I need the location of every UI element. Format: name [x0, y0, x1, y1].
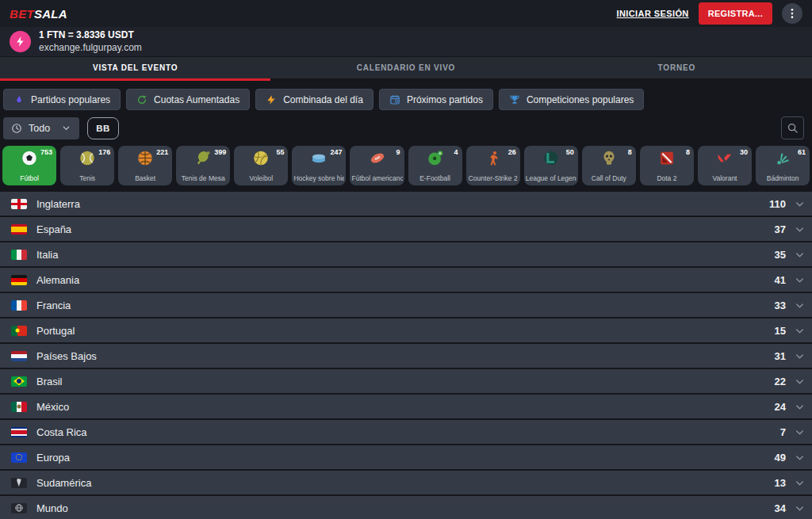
sport-tile-league-of-legends[interactable]: 50League of Legends [524, 146, 578, 185]
country-label: Inglaterra [36, 198, 80, 210]
register-button[interactable]: REGISTRA... [699, 2, 772, 25]
countries-list: Inglaterra110España37Italia35Alemania41F… [0, 192, 812, 519]
country-label: Portugal [36, 325, 75, 337]
sport-tile-valorant[interactable]: 30Valorant [698, 146, 752, 185]
kebab-menu-button[interactable] [782, 3, 802, 24]
sport-count: 9 [396, 148, 400, 156]
calendar-icon [389, 94, 400, 105]
exchange-banner[interactable]: 1 FTN = 3.8336 USDT exchange.fulgurpay.c… [0, 27, 812, 57]
chip-competiciones-populares[interactable]: Competiciones populares [499, 89, 644, 110]
sport-tile-call-of-duty[interactable]: 8Call of Duty [582, 146, 636, 185]
espana-flag-icon [11, 224, 27, 235]
inglaterra-flag-icon [11, 199, 27, 209]
chip-proximos-partidos[interactable]: Próximos partidos [379, 89, 493, 110]
country-label: Alemania [36, 274, 79, 286]
country-row-paises-bajos[interactable]: Países Bajos31 [0, 344, 812, 368]
brasil-flag-icon [11, 376, 27, 387]
bet-builder-button[interactable]: BB [87, 117, 119, 139]
sport-tile-futbol[interactable]: 753Fútbol [2, 146, 56, 185]
time-filter-select[interactable]: Todo [3, 117, 79, 139]
sport-tile-voleibol[interactable]: 55Voleibol [234, 146, 288, 185]
country-row-espana[interactable]: España37 [0, 217, 812, 241]
chevron-down-icon [794, 223, 806, 235]
country-row-mexico[interactable]: México24 [0, 395, 812, 418]
chip-cuotas-aumentadas[interactable]: Cuotas Aumentadas [126, 89, 250, 110]
chevron-down-icon [794, 249, 806, 261]
sport-label: E-Football [410, 174, 461, 182]
paises-bajos-flag-icon [11, 351, 27, 361]
sport-tile-e-football[interactable]: 4eE-Football [408, 146, 462, 185]
sport-tile-badminton[interactable]: 61Bádminton [756, 146, 810, 185]
chevron-down-icon [61, 123, 71, 133]
country-label: Europa [36, 452, 70, 464]
sport-count: 753 [40, 148, 52, 156]
sport-tile-futbol-americano[interactable]: 9Fútbol americano [350, 146, 404, 185]
chevron-down-icon [794, 274, 806, 286]
country-row-italia[interactable]: Italia35 [0, 242, 812, 266]
chip-combinada-del-dia[interactable]: Combinada del día [255, 89, 373, 110]
sport-count: 4 [454, 148, 458, 156]
sport-tile-hockey-sobre-hielo[interactable]: 247Hockey sobre hielo [292, 146, 346, 185]
sport-count: 247 [330, 148, 342, 156]
chip-partidos-populares[interactable]: Partidos populares [3, 89, 121, 110]
country-count: 110 [769, 198, 786, 210]
logo[interactable]: BETSALA [10, 7, 67, 21]
chevron-down-icon [794, 300, 806, 311]
mexico-flag-icon [11, 402, 27, 412]
sport-count: 30 [740, 148, 748, 156]
sport-tile-tenis-de-mesa[interactable]: 399Tenis de Mesa [176, 146, 230, 185]
country-row-europa[interactable]: Europa49 [0, 445, 812, 469]
login-link[interactable]: INICIAR SESIÓN [617, 9, 689, 18]
country-label: Mundo [36, 502, 68, 514]
chevron-down-icon [794, 477, 806, 489]
futbol-americano-icon [369, 150, 385, 166]
country-row-portugal[interactable]: Portugal15 [0, 319, 812, 342]
tab-vista-del-evento[interactable]: VISTA DEL EVENTO [0, 57, 270, 81]
sport-label: Fútbol [4, 174, 55, 182]
top-bar: BETSALA INICIAR SESIÓN REGISTRA... [0, 0, 812, 27]
tenis-de-mesa-icon [195, 150, 212, 166]
country-row-mundo[interactable]: Mundo34 [0, 496, 812, 519]
chevron-down-icon [794, 198, 806, 210]
tenis-icon [79, 150, 96, 166]
country-row-inglaterra[interactable]: Inglaterra110 [0, 192, 812, 216]
country-count: 31 [775, 350, 786, 362]
tab-torneo[interactable]: TORNEO [542, 57, 812, 81]
svg-text:e: e [439, 151, 441, 155]
country-count: 37 [775, 223, 786, 235]
sport-label: Voleibol [236, 174, 286, 182]
country-row-brasil[interactable]: Brasil22 [0, 369, 812, 393]
sport-label: Fútbol americano [351, 174, 402, 182]
country-row-sudamerica[interactable]: Sudamérica13 [0, 471, 812, 494]
costa-rica-flag-icon [11, 427, 27, 437]
sport-tile-tenis[interactable]: 176Tenis [60, 146, 114, 185]
country-row-francia[interactable]: Francia33 [0, 293, 812, 317]
country-label: España [36, 223, 71, 235]
tab-calendario-en-vivo[interactable]: CALENDARIO EN VIVO [270, 57, 541, 81]
bolt-icon [266, 94, 277, 105]
country-count: 41 [775, 274, 786, 286]
country-row-alemania[interactable]: Alemania41 [0, 268, 812, 292]
hockey-sobre-hielo-icon [311, 150, 327, 166]
sport-tile-dota-2[interactable]: 8Dota 2 [640, 146, 694, 185]
sport-tile-counter-strike-2[interactable]: 26Counter-Strike 2 [466, 146, 520, 185]
valorant-icon [716, 150, 733, 166]
sport-count: 61 [798, 148, 806, 156]
search-button[interactable] [781, 116, 804, 139]
top-bar-actions: INICIAR SESIÓN REGISTRA... [617, 2, 802, 25]
main-tabs: VISTA DEL EVENTO CALENDARIO EN VIVO TORN… [0, 57, 812, 81]
country-count: 34 [775, 502, 786, 514]
sport-count: 55 [276, 148, 284, 156]
chevron-down-icon [794, 376, 806, 387]
sport-tile-basket[interactable]: 221Basket [118, 146, 172, 185]
lightning-badge-icon [10, 31, 31, 52]
call-of-duty-icon [600, 150, 617, 166]
mundo-flag-icon [11, 503, 27, 513]
counter-strike-2-icon [485, 150, 501, 166]
country-row-costa-rica[interactable]: Costa Rica7 [0, 420, 812, 444]
exchange-rate: 1 FTN = 3.8336 USDT [39, 29, 142, 42]
chevron-down-icon [794, 350, 806, 362]
chevron-down-icon [794, 502, 806, 514]
country-count: 49 [775, 452, 786, 464]
chevron-down-icon [794, 401, 806, 413]
